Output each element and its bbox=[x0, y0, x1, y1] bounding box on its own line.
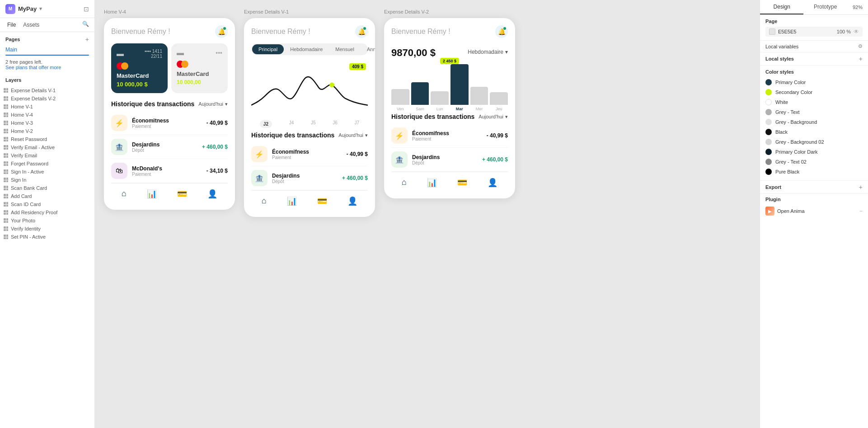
layer-your-photo[interactable]: Your Photo bbox=[0, 216, 94, 225]
p3-nav-home[interactable]: ⌂ bbox=[402, 178, 407, 188]
open-anima-plugin[interactable]: ▶ Open Anima bbox=[765, 207, 805, 216]
tx1-econofitness[interactable]: ⚡ Économitness Paiement - 40,99 $ bbox=[111, 111, 228, 135]
tab-prototype[interactable]: Prototype bbox=[803, 0, 847, 14]
phone3-today-badge[interactable]: Aujourd'hui ▾ bbox=[479, 114, 508, 120]
p2-tx2[interactable]: 🏦 Desjardins Dépôt + 460,00 $ bbox=[251, 166, 368, 190]
layer-home-v2[interactable]: Home V-2 bbox=[0, 127, 94, 135]
layer-home-v4[interactable]: Home V-4 bbox=[0, 111, 94, 119]
layer-add-card[interactable]: Add Card bbox=[0, 192, 94, 200]
add-export-button[interactable]: + bbox=[859, 183, 863, 191]
plugin-collapse-button[interactable]: − bbox=[859, 208, 863, 214]
p2-tx1[interactable]: ⚡ Économifness Paiement - 40,99 $ bbox=[251, 142, 368, 166]
tab-hebdomadaire[interactable]: Hebdomadaire bbox=[284, 44, 329, 54]
local-variables-row[interactable]: Local variables ⚙ bbox=[760, 41, 868, 52]
layer-reset-password[interactable]: Reset Password bbox=[0, 135, 94, 143]
phone3-bar-chart: 2 450 $ Ven Sam Lun bbox=[391, 66, 508, 111]
period-selector[interactable]: Hebdomadaire ▾ bbox=[468, 49, 508, 55]
bar-ven-label: Ven bbox=[397, 107, 404, 111]
export-section: Export + bbox=[760, 181, 868, 194]
bar-jeu: Jeu bbox=[490, 92, 508, 111]
cs-grey-text-02[interactable]: Grey - Text 02 bbox=[765, 157, 863, 167]
page-active-indicator bbox=[5, 55, 89, 56]
phone2-today-badge[interactable]: Aujourd'hui ▾ bbox=[338, 132, 368, 138]
frame-expense-v2: Expense Details V-2 Bienvenue Rémy ! 🔔 9… bbox=[384, 9, 515, 198]
cs-primary-color[interactable]: Primary Color bbox=[765, 77, 863, 87]
nav-chart-icon[interactable]: 📊 bbox=[147, 189, 157, 199]
tab-file[interactable]: File bbox=[5, 21, 18, 29]
p2-nav-chart[interactable]: 📊 bbox=[287, 196, 297, 206]
phone1-today-badge[interactable]: Aujourd'hui ▾ bbox=[198, 101, 228, 107]
nav-home-icon[interactable]: ⌂ bbox=[122, 189, 127, 199]
cs-pure-black[interactable]: Pure Black bbox=[765, 167, 863, 177]
layer-add-residency[interactable]: Add Residency Proof bbox=[0, 208, 94, 216]
frame-label-expense-v1: Expense Details V-1 bbox=[244, 9, 375, 14]
cs-primary-dark[interactable]: Primary Color Dark bbox=[765, 147, 863, 157]
layer-expense-v1[interactable]: Expense Details V-1 bbox=[0, 86, 94, 94]
phone1-card-light[interactable]: ▬ ••• MasterCard 10 000,00 bbox=[171, 43, 228, 93]
p2-nav-card[interactable]: 💳 bbox=[317, 196, 327, 206]
tab-design[interactable]: Design bbox=[760, 0, 803, 14]
phone1-card-dark[interactable]: ▬ •••• 1411 22/11 MasterCard 10 000,00 $ bbox=[111, 43, 168, 93]
cs-black-label: Black bbox=[775, 129, 788, 135]
layer-verify-email[interactable]: Verify Email bbox=[0, 151, 94, 160]
tab-mensuel[interactable]: Mensuel bbox=[329, 44, 361, 54]
layer-home-v1[interactable]: Home V-1 bbox=[0, 103, 94, 111]
phone3-header: Bienvenue Rémy ! 🔔 bbox=[391, 25, 508, 38]
phone1-notification-icon[interactable]: 🔔 bbox=[215, 25, 228, 38]
layer-verify-identity[interactable]: Verify Identity bbox=[0, 225, 94, 233]
layer-scan-id-card[interactable]: Scan ID Card bbox=[0, 200, 94, 208]
cs-grey-bg-02[interactable]: Grey - Background 02 bbox=[765, 137, 863, 147]
search-icon[interactable]: 🔍 bbox=[82, 21, 89, 29]
nav-profile-icon[interactable]: 👤 bbox=[207, 189, 217, 199]
nav-card-icon[interactable]: 💳 bbox=[177, 189, 187, 199]
add-style-button[interactable]: + bbox=[859, 55, 863, 62]
p2-nav-profile[interactable]: 👤 bbox=[347, 196, 357, 206]
tab-annuel[interactable]: Annuel bbox=[361, 44, 375, 54]
right-panel-tabs: Design Prototype 92% bbox=[760, 0, 868, 15]
see-plans-link[interactable]: See plans that offer more bbox=[5, 65, 89, 70]
phone-mockup-3: Bienvenue Rémy ! 🔔 9870,00 $ Hebdomadair… bbox=[384, 18, 515, 198]
p3-tx1-name: Économifness bbox=[412, 130, 482, 136]
layer-verify-email-active[interactable]: Verify Email - Active bbox=[0, 143, 94, 151]
layer-set-pin-active[interactable]: Set PIN - Active bbox=[0, 233, 94, 241]
cs-white[interactable]: White bbox=[765, 97, 863, 107]
tx1-amount: - 40,99 $ bbox=[206, 120, 228, 126]
phone2-notification-icon[interactable]: 🔔 bbox=[355, 25, 368, 38]
local-variables-icon: ⚙ bbox=[858, 43, 863, 49]
p3-nav-chart[interactable]: 📊 bbox=[427, 178, 437, 188]
logo-icon: M bbox=[5, 4, 15, 14]
p3-nav-profile[interactable]: 👤 bbox=[488, 178, 497, 188]
p3-tx2[interactable]: 🏦 Desjardins Dépôt + 460,00 $ bbox=[391, 148, 508, 172]
cs-grey-text[interactable]: Grey - Text bbox=[765, 107, 863, 117]
layout-toggle-icon[interactable]: ⊡ bbox=[84, 5, 89, 13]
add-page-button[interactable]: + bbox=[85, 36, 89, 43]
sidebar-header: M MyPay ▾ ⊡ bbox=[0, 0, 94, 18]
layer-forget-password[interactable]: Forget Password bbox=[0, 160, 94, 168]
p3-nav-card[interactable]: 💳 bbox=[457, 178, 467, 188]
layer-sign-in-active[interactable]: Sign In - Active bbox=[0, 168, 94, 176]
layer-sign-in[interactable]: Sign In bbox=[0, 176, 94, 184]
layer-grid-icon bbox=[4, 153, 8, 158]
eye-icon[interactable]: 👁 bbox=[854, 28, 859, 35]
cs-black[interactable]: Black bbox=[765, 127, 863, 137]
p3-tx1-type: Paiement bbox=[412, 136, 482, 141]
page-color-row[interactable]: E5E5E5 100 % 👁 bbox=[765, 27, 863, 37]
main-canvas: Home V-4 Bienvenue Rémy ! 🔔 ▬ ••• bbox=[95, 0, 760, 428]
p3-tx1[interactable]: ⚡ Économifness Paiement - 40,99 $ bbox=[391, 124, 508, 148]
tx2-desjardins[interactable]: 🏦 Desjardins Dépôt + 460,00 $ bbox=[111, 135, 228, 159]
tx3-mcdonalds[interactable]: 🛍 McDonald's Paiement - 34,10 $ bbox=[111, 159, 228, 183]
pages-title: Pages bbox=[5, 37, 20, 42]
p2-nav-home[interactable]: ⌂ bbox=[262, 196, 267, 206]
mastercard-logo-1 bbox=[117, 62, 162, 70]
app-chevron[interactable]: ▾ bbox=[39, 6, 42, 12]
phone3-notification-icon[interactable]: 🔔 bbox=[495, 25, 508, 38]
tab-assets[interactable]: Assets bbox=[21, 21, 41, 29]
cs-grey-bg[interactable]: Grey - Background bbox=[765, 117, 863, 127]
tab-principal[interactable]: Principal bbox=[252, 44, 284, 54]
layer-scan-bank-card[interactable]: Scan Bank Card bbox=[0, 184, 94, 192]
layer-grid-icon bbox=[4, 218, 8, 223]
page-item-main[interactable]: Main bbox=[0, 45, 94, 55]
cs-secondary-color[interactable]: Secondary Color bbox=[765, 87, 863, 97]
layer-expense-v2[interactable]: Expense Details V-2 bbox=[0, 94, 94, 103]
layer-home-v3[interactable]: Home V-3 bbox=[0, 119, 94, 127]
